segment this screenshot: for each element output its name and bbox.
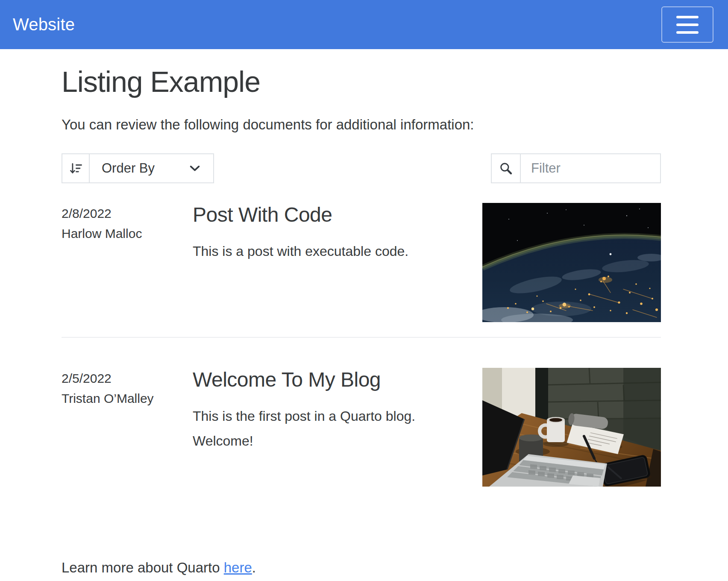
listing-body: Post With Code This is a post with execu… [193, 203, 473, 264]
main-content: Listing Example You can review the follo… [62, 65, 661, 576]
page-title: Listing Example [62, 65, 661, 100]
navbar: Website [0, 0, 728, 49]
post-author: Harlow Malloc [62, 226, 183, 242]
intro-text: You can review the following documents f… [62, 115, 661, 135]
order-by-label: Order By [90, 154, 188, 182]
order-by-dropdown[interactable]: Order By [62, 153, 214, 183]
hamburger-icon [676, 23, 699, 26]
post-date: 2/5/2022 [62, 370, 183, 387]
listing-metadata: 2/8/2022 Harlow Malloc [62, 203, 183, 242]
footer-text: Learn more about Quarto here. [62, 560, 661, 576]
post-description: This is a post with executable code. [193, 239, 473, 264]
search-icon [492, 154, 521, 182]
listing-item: 2/8/2022 Harlow Malloc Post With Code Th… [62, 183, 661, 337]
hamburger-icon [676, 31, 699, 34]
listing-toolbar: Order By [62, 153, 661, 183]
quarto-link[interactable]: here [224, 560, 252, 575]
sort-descending-icon [62, 154, 90, 182]
desk-laptop-coffee-notepad-phone-photo [482, 368, 661, 487]
chevron-down-icon [188, 154, 213, 182]
post-author: Tristan O’Malley [62, 390, 183, 407]
navbar-toggler-button[interactable] [661, 6, 713, 43]
post-title-link[interactable]: Post With Code [193, 203, 332, 226]
earth-from-space-at-night-photo [482, 203, 661, 322]
post-date: 2/8/2022 [62, 205, 183, 222]
footer-suffix: . [252, 560, 256, 575]
filter-search-group [491, 153, 661, 183]
post-title-link[interactable]: Welcome To My Blog [193, 368, 381, 391]
footer-prefix: Learn more about Quarto [62, 560, 224, 575]
filter-input[interactable] [521, 154, 660, 182]
navbar-brand[interactable]: Website [13, 15, 75, 34]
listing-metadata: 2/5/2022 Tristan O’Malley [62, 368, 183, 407]
post-thumbnail-link[interactable] [482, 368, 661, 487]
listing-item: 2/5/2022 Tristan O’Malley Welcome To My … [62, 337, 661, 502]
post-description: This is the first post in a Quarto blog.… [193, 404, 473, 453]
listing-body: Welcome To My Blog This is the first pos… [193, 368, 473, 453]
hamburger-icon [676, 16, 699, 18]
post-thumbnail-link[interactable] [482, 203, 661, 322]
